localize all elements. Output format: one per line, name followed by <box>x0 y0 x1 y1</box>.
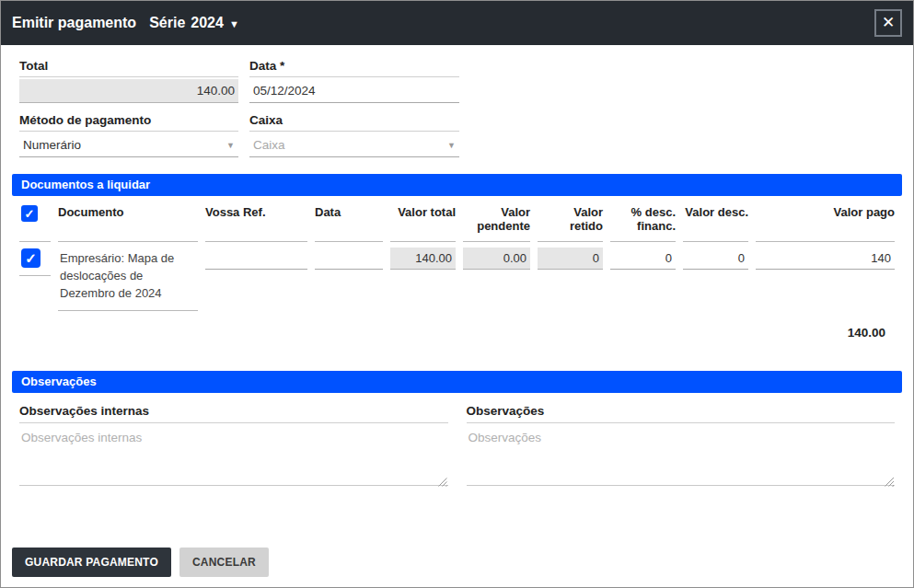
save-payment-button[interactable]: GUARDAR PAGAMENTO <box>12 548 171 577</box>
external-observations-textarea[interactable] <box>467 427 896 486</box>
documents-section-header: Documentos a liquidar <box>12 174 902 196</box>
close-icon: ✕ <box>882 14 895 31</box>
payment-method-field: Método de pagamento Numerário ▼ <box>19 110 238 157</box>
row-checkbox[interactable]: ✓ <box>21 248 40 268</box>
internal-observations-field: Observações internas <box>19 404 448 490</box>
row-data-cell <box>315 248 383 270</box>
caret-down-icon: ▼ <box>229 18 239 29</box>
col-valor-desc: Valor desc. <box>683 205 748 242</box>
close-button[interactable]: ✕ <box>874 9 902 37</box>
series-label: Série <box>149 15 185 31</box>
check-icon: ✓ <box>25 207 35 221</box>
date-input[interactable] <box>249 79 459 103</box>
row-desc-financ-cell <box>610 248 676 270</box>
col-valor-total: Valor total <box>390 205 456 242</box>
dialog-footer: GUARDAR PAGAMENTO CANCELAR <box>12 548 269 577</box>
observations-fields: Observações internas Observações <box>12 393 902 490</box>
external-observations-label: Observações <box>467 404 896 423</box>
row-data-input[interactable] <box>315 248 383 270</box>
dialog-title: Emitir pagamento <box>12 15 136 31</box>
caret-down-icon: ▼ <box>447 141 456 150</box>
cashbox-label: Caixa <box>249 110 459 132</box>
col-valor-pendente: Valor pendente <box>463 205 530 242</box>
row-valor-desc-cell <box>683 248 748 270</box>
check-icon: ✓ <box>25 250 37 267</box>
row-vossa-ref-input[interactable] <box>205 248 307 270</box>
caret-down-icon: ▼ <box>226 141 235 150</box>
cashbox-value: Caixa <box>253 138 285 152</box>
payment-fields: Total Data * Método de pagamento Numerár… <box>12 54 902 165</box>
row-valor-pago-cell <box>756 248 895 270</box>
cancel-button[interactable]: CANCELAR <box>179 548 269 577</box>
row-valor-pendente-cell <box>463 248 530 270</box>
col-valor-retido: Valor retido <box>538 205 603 242</box>
series-value: 2024 <box>191 15 224 31</box>
payment-method-value: Numerário <box>23 138 81 152</box>
row-valor-total-input <box>390 248 456 270</box>
payment-method-select[interactable]: Numerário ▼ <box>19 133 238 157</box>
series-dropdown[interactable]: Série 2024 ▼ <box>149 15 239 31</box>
col-desc-financ: % desc. financ. <box>610 205 676 242</box>
row-desc-financ-input[interactable] <box>610 248 676 270</box>
col-data: Data <box>315 205 383 242</box>
col-documento: Documento <box>58 205 198 242</box>
documents-table-header: ✓ Documento Vossa Ref. Data Valor total … <box>19 205 895 242</box>
emit-payment-dialog: Emitir pagamento Série 2024 ▼ ✕ Total Da… <box>0 0 914 588</box>
date-field: Data * <box>249 56 459 103</box>
documents-table: ✓ Documento Vossa Ref. Data Valor total … <box>12 196 902 340</box>
internal-observations-label: Observações internas <box>19 404 448 423</box>
col-vossa-ref: Vossa Ref. <box>205 205 307 242</box>
external-observations-field: Observações <box>467 404 896 490</box>
row-valor-retido-input <box>538 248 603 270</box>
select-all-header-cell: ✓ <box>19 205 51 242</box>
row-valor-pago-input[interactable] <box>756 248 895 270</box>
cashbox-field: Caixa Caixa ▼ <box>249 110 459 157</box>
documents-total: 140.00 <box>19 311 895 340</box>
row-valor-pendente-input <box>463 248 530 270</box>
internal-observations-textarea[interactable] <box>19 427 448 486</box>
row-select-cell: ✓ <box>19 248 51 276</box>
row-vossa-ref-cell <box>205 248 307 270</box>
date-label: Data * <box>249 56 459 77</box>
col-valor-pago: Valor pago <box>756 205 895 242</box>
table-row: ✓ Empresário: Mapa de deslocações de Dez… <box>19 248 895 311</box>
select-all-checkbox[interactable]: ✓ <box>21 205 38 222</box>
total-label: Total <box>19 56 238 77</box>
cashbox-select[interactable]: Caixa ▼ <box>249 133 459 157</box>
total-input <box>19 79 238 103</box>
row-valor-total-cell <box>390 248 456 270</box>
observations-section-header: Observações <box>12 371 902 393</box>
row-valor-desc-input[interactable] <box>683 248 748 270</box>
dialog-titlebar: Emitir pagamento Série 2024 ▼ ✕ <box>1 1 913 45</box>
row-valor-retido-cell <box>538 248 603 270</box>
total-field: Total <box>19 56 238 103</box>
row-documento: Empresário: Mapa de deslocações de Dezem… <box>58 248 198 311</box>
dialog-content: Total Data * Método de pagamento Numerár… <box>1 45 913 490</box>
payment-method-label: Método de pagamento <box>19 110 238 132</box>
